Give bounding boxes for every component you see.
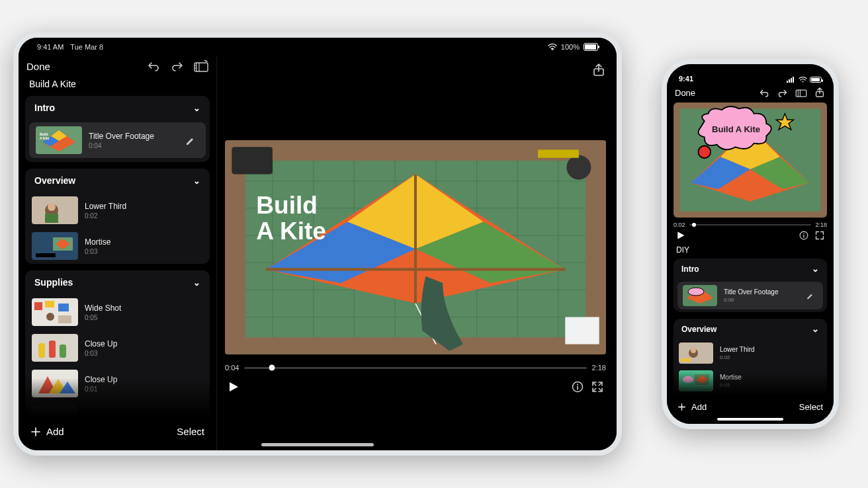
section-overview: Overview ⌄ Lower Third 0:02 xyxy=(25,169,210,264)
clip-row[interactable]: Mortise 0:03 xyxy=(673,367,827,395)
svg-rect-11 xyxy=(45,214,58,223)
share-icon[interactable] xyxy=(814,87,826,99)
section-title: Supplies xyxy=(34,277,73,288)
clip-title: Mortise xyxy=(720,374,822,381)
edit-icon[interactable] xyxy=(806,292,818,300)
svg-rect-21 xyxy=(58,315,71,323)
section-intro: Intro ⌄ BuildA Kite Title Over Footage 0… xyxy=(25,96,210,162)
clip-row[interactable]: Mortise 0:03 xyxy=(25,228,210,264)
fullscreen-icon[interactable] xyxy=(815,231,824,240)
sidebar-footer: Add Select xyxy=(19,417,216,450)
svg-text:A Kite: A Kite xyxy=(40,136,49,140)
video-canvas[interactable]: Build A Kite xyxy=(225,140,606,354)
clip-row[interactable]: Lower Third 0:02 xyxy=(673,339,827,367)
plus-icon xyxy=(677,403,686,411)
iphone-screen: 9:41 Done xyxy=(667,64,834,424)
svg-rect-51 xyxy=(787,81,788,83)
svg-point-73 xyxy=(688,288,704,296)
share-icon[interactable] xyxy=(591,63,606,77)
section-title: Overview xyxy=(681,325,716,334)
clip-duration: 0:06 xyxy=(724,297,799,303)
redo-icon[interactable] xyxy=(777,87,789,99)
select-button[interactable]: Select xyxy=(177,426,204,437)
video-canvas[interactable]: Build A Kite xyxy=(673,102,827,218)
clip-thumbnail xyxy=(32,334,78,362)
clip-title: Close Up xyxy=(85,339,203,348)
section-overview: Overview ⌄ Lower Third 0:02 xyxy=(673,319,827,395)
svg-point-10 xyxy=(48,203,56,211)
svg-rect-17 xyxy=(34,302,42,310)
done-button[interactable]: Done xyxy=(26,61,50,72)
plus-icon xyxy=(30,427,41,437)
svg-rect-23 xyxy=(38,343,45,358)
undo-icon[interactable] xyxy=(146,59,161,73)
ipad-status-bar: 9:41 AM Tue Mar 8 100% xyxy=(19,38,617,56)
svg-marker-67 xyxy=(677,232,684,239)
section-supplies: Supplies ⌄ Wide Shot 0:05 xyxy=(25,270,210,417)
svg-rect-19 xyxy=(58,304,69,311)
clip-thumbnail xyxy=(32,232,78,260)
home-indicator-icon xyxy=(261,443,374,446)
svg-rect-25 xyxy=(60,345,66,358)
clip-row[interactable]: Title Over Footage 0:06 xyxy=(677,282,823,309)
redo-icon[interactable] xyxy=(170,59,185,73)
sidebar-scroll[interactable]: Intro ⌄ BuildA Kite Title Over Footage 0… xyxy=(19,96,216,417)
chevron-down-icon: ⌄ xyxy=(193,176,200,186)
timeline-scrubber[interactable]: 0:02 2:18 xyxy=(673,222,827,228)
ipad-screen: 9:41 AM Tue Mar 8 100% Done xyxy=(19,38,617,450)
edit-icon[interactable] xyxy=(185,135,199,145)
section-header[interactable]: Intro ⌄ xyxy=(673,259,827,279)
add-label: Add xyxy=(46,426,64,437)
chevron-down-icon: ⌄ xyxy=(193,103,200,113)
notch-icon xyxy=(714,64,787,79)
clip-thumbnail xyxy=(679,370,713,391)
iphone-scroll[interactable]: Intro ⌄ Title Over Footage 0:06 xyxy=(667,259,834,397)
chevron-down-icon: ⌄ xyxy=(812,264,819,274)
clip-row[interactable]: Close Up 0:03 xyxy=(25,330,210,366)
clip-title: Title Over Footage xyxy=(89,132,178,141)
svg-point-55 xyxy=(803,81,804,82)
status-time: 9:41 AM xyxy=(37,43,64,51)
svg-point-65 xyxy=(698,145,711,158)
ipad-device: 9:41 AM Tue Mar 8 100% Done xyxy=(13,32,622,456)
project-title: DIY xyxy=(667,244,834,259)
svg-rect-56 xyxy=(796,90,806,97)
svg-rect-50 xyxy=(577,386,578,390)
project-title: Build A Kite xyxy=(19,77,216,96)
storyboard-icon[interactable] xyxy=(194,59,208,73)
clip-title: Title Over Footage xyxy=(724,288,799,296)
svg-rect-41 xyxy=(232,147,273,174)
clip-duration: 0:04 xyxy=(89,142,178,149)
clip-row[interactable] xyxy=(25,401,210,417)
info-icon[interactable] xyxy=(799,231,808,240)
section-header[interactable]: Overview ⌄ xyxy=(25,169,210,192)
add-button[interactable]: Add xyxy=(677,402,707,412)
svg-point-20 xyxy=(46,313,54,321)
storyboard-icon[interactable] xyxy=(795,87,807,99)
add-button[interactable]: Add xyxy=(30,426,64,437)
svg-marker-47 xyxy=(230,382,238,391)
clip-title: Lower Third xyxy=(720,346,822,353)
clip-row[interactable]: Close Up 0:01 xyxy=(25,366,210,401)
clip-row[interactable]: Lower Third 0:02 xyxy=(25,192,210,228)
play-icon[interactable] xyxy=(228,381,239,393)
chevron-down-icon: ⌄ xyxy=(812,324,819,334)
fullscreen-icon[interactable] xyxy=(591,381,603,393)
section-header[interactable]: Overview ⌄ xyxy=(673,319,827,339)
section-header[interactable]: Intro ⌄ xyxy=(25,96,210,120)
clip-row[interactable]: BuildA Kite Title Over Footage 0:04 xyxy=(29,122,206,158)
done-button[interactable]: Done xyxy=(675,88,695,98)
clip-title: Mortise xyxy=(85,237,203,247)
undo-icon[interactable] xyxy=(758,87,770,99)
play-icon[interactable] xyxy=(676,231,685,240)
status-date: Tue Mar 8 xyxy=(70,43,103,51)
clip-title: Lower Third xyxy=(85,202,203,211)
timeline-scrubber[interactable]: 0:04 2:18 xyxy=(225,364,606,372)
clip-thumbnail xyxy=(683,285,717,306)
svg-rect-24 xyxy=(49,341,56,358)
select-button[interactable]: Select xyxy=(799,402,823,412)
section-header[interactable]: Supplies ⌄ xyxy=(25,270,210,294)
clip-duration: 0:03 xyxy=(85,350,203,357)
info-icon[interactable] xyxy=(572,381,584,393)
clip-row[interactable]: Wide Shot 0:05 xyxy=(25,294,210,330)
